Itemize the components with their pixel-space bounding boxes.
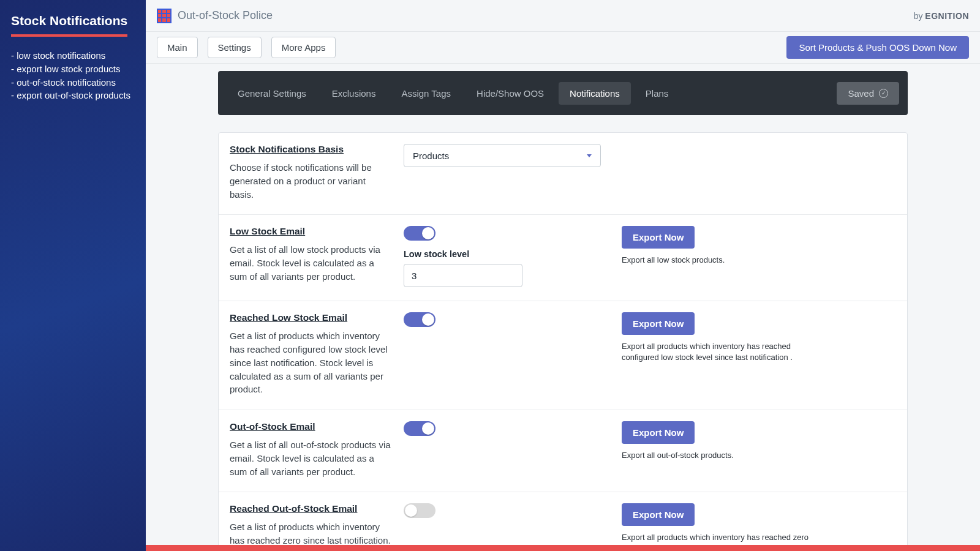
check-circle-icon: ✓	[879, 89, 888, 98]
export-hint: Export all products which inventory has …	[622, 341, 818, 363]
topbar: Out-of-Stock Police by EGNITION	[146, 0, 980, 32]
basis-select[interactable]: Products	[404, 144, 601, 167]
tab-general-settings[interactable]: General Settings	[227, 82, 317, 105]
low-stock-level-label: Low stock level	[404, 249, 585, 259]
settings-button[interactable]: Settings	[208, 37, 262, 58]
promo-bullet: low stock notifications	[11, 49, 135, 62]
sort-now-button[interactable]: Sort Products & Push OOS Down Now	[786, 36, 969, 59]
row-low-stock-email: Low Stock Email Get a list of all low st…	[219, 215, 907, 301]
setting-title: Out-of-Stock Email	[230, 421, 391, 432]
setting-desc: Get a list of products which inventory h…	[230, 329, 391, 396]
setting-title: Stock Notifications Basis	[230, 144, 391, 155]
setting-title: Reached Low Stock Email	[230, 312, 391, 323]
main-button[interactable]: Main	[157, 37, 198, 58]
tab-exclusions[interactable]: Exclusions	[321, 82, 387, 105]
row-stock-basis: Stock Notifications Basis Choose if stoc…	[219, 133, 907, 215]
export-reached-low-button[interactable]: Export Now	[622, 312, 695, 335]
tabs-bar: General Settings Exclusions Assign Tags …	[218, 71, 908, 115]
setting-desc: Choose if stock notifications will be ge…	[230, 161, 391, 201]
bottom-accent-bar	[146, 545, 980, 551]
row-oos-email: Out-of-Stock Email Get a list of all out…	[219, 410, 907, 492]
setting-title: Reached Out-of-Stock Email	[230, 503, 391, 514]
setting-title: Low Stock Email	[230, 226, 391, 237]
promo-bullet: export low stock products	[11, 62, 135, 76]
byline: by EGNITION	[914, 11, 969, 21]
export-hint: Export all low stock products.	[622, 255, 818, 266]
row-reached-oos-email: Reached Out-of-Stock Email Get a list of…	[219, 492, 907, 551]
byline-prefix: by	[914, 11, 925, 21]
basis-select-value: Products	[413, 151, 449, 161]
byline-brand: EGNITION	[925, 11, 969, 21]
tab-notifications[interactable]: Notifications	[559, 82, 631, 105]
setting-desc: Get a list of all out-of-stock products …	[230, 438, 391, 478]
reached-oos-toggle[interactable]	[404, 503, 435, 518]
promo-list: low stock notifications export low stock…	[11, 49, 135, 102]
settings-panel: Stock Notifications Basis Choose if stoc…	[218, 132, 908, 551]
toolbar: Main Settings More Apps Sort Products & …	[146, 32, 980, 64]
saved-indicator: Saved ✓	[837, 82, 899, 105]
more-apps-button[interactable]: More Apps	[271, 37, 336, 58]
promo-underline	[11, 34, 127, 37]
export-hint: Export all out-of-stock products.	[622, 450, 818, 461]
promo-bullet: out-of-stock notifications	[11, 76, 135, 89]
low-stock-level-input[interactable]	[404, 264, 522, 287]
content-area: General Settings Exclusions Assign Tags …	[146, 64, 980, 551]
promo-sidebar: Stock Notifications low stock notificati…	[0, 0, 146, 551]
row-reached-low-stock-email: Reached Low Stock Email Get a list of pr…	[219, 301, 907, 410]
tab-hide-show-oos[interactable]: Hide/Show OOS	[466, 82, 555, 105]
export-reached-oos-button[interactable]: Export Now	[622, 503, 695, 526]
setting-desc: Get a list of all low stock products via…	[230, 243, 391, 283]
saved-label: Saved	[848, 88, 874, 99]
app-main: Out-of-Stock Police by EGNITION Main Set…	[146, 0, 980, 551]
export-oos-button[interactable]: Export Now	[622, 421, 695, 444]
low-stock-toggle[interactable]	[404, 226, 435, 241]
oos-toggle[interactable]	[404, 421, 435, 436]
app-grid-icon	[157, 9, 172, 23]
export-low-stock-button[interactable]: Export Now	[622, 226, 695, 249]
promo-bullet: export out-of-stock products	[11, 89, 135, 102]
reached-low-toggle[interactable]	[404, 312, 435, 327]
promo-title: Stock Notifications	[11, 13, 135, 28]
tab-plans[interactable]: Plans	[635, 82, 680, 105]
app-name: Out-of-Stock Police	[178, 9, 273, 22]
tab-assign-tags[interactable]: Assign Tags	[390, 82, 462, 105]
